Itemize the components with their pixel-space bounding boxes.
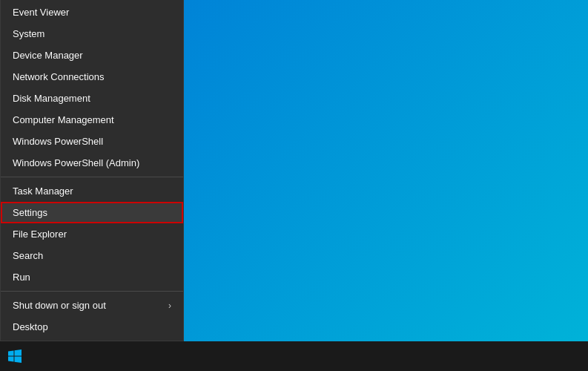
start-button[interactable] [0,341,30,371]
menu-item-label-run: Run [13,272,30,283]
windows-logo-icon [8,349,22,363]
menu-item-label-event-viewer: Event Viewer [13,7,69,18]
menu-item-system[interactable]: System [1,23,183,45]
menu-item-label-computer-management: Computer Management [13,114,114,125]
taskbar [0,341,588,371]
menu-item-device-manager[interactable]: Device Manager [1,45,183,66]
menu-item-shut-down[interactable]: Shut down or sign out› [1,295,183,316]
menu-item-label-shut-down: Shut down or sign out [13,300,106,311]
menu-item-label-network-connections: Network Connections [13,71,105,82]
menu-item-label-windows-powershell-admin: Windows PowerShell (Admin) [13,157,139,168]
menu-item-label-device-manager: Device Manager [13,50,83,61]
menu-item-arrow-shut-down: › [168,301,171,311]
menu-item-event-viewer[interactable]: Event Viewer [1,1,183,23]
menu-item-network-connections[interactable]: Network Connections [1,66,183,88]
menu-item-settings[interactable]: Settings [1,202,183,223]
menu-item-windows-powershell-admin[interactable]: Windows PowerShell (Admin) [1,152,183,174]
menu-item-computer-management[interactable]: Computer Management [1,109,183,131]
menu-item-label-search: Search [13,250,43,261]
menu-item-task-manager[interactable]: Task Manager [1,180,183,202]
menu-item-label-system: System [13,28,44,39]
menu-separator-10 [1,177,183,177]
desktop: Apps and FeaturesPower OptionsEvent View… [0,0,588,371]
menu-item-label-disk-management: Disk Management [13,93,90,104]
menu-item-run[interactable]: Run [1,266,183,288]
menu-item-label-task-manager: Task Manager [13,186,73,197]
menu-item-disk-management[interactable]: Disk Management [1,88,183,109]
menu-item-search[interactable]: Search [1,245,183,266]
context-menu: Apps and FeaturesPower OptionsEvent View… [0,0,184,341]
menu-item-label-desktop: Desktop [13,321,48,332]
menu-item-label-windows-powershell: Windows PowerShell [13,136,103,147]
menu-item-file-explorer[interactable]: File Explorer [1,223,183,245]
menu-item-desktop[interactable]: Desktop [1,316,183,338]
menu-item-windows-powershell[interactable]: Windows PowerShell [1,131,183,152]
menu-item-label-settings: Settings [13,207,47,218]
menu-item-label-file-explorer: File Explorer [13,229,67,240]
menu-separator-16 [1,291,183,292]
